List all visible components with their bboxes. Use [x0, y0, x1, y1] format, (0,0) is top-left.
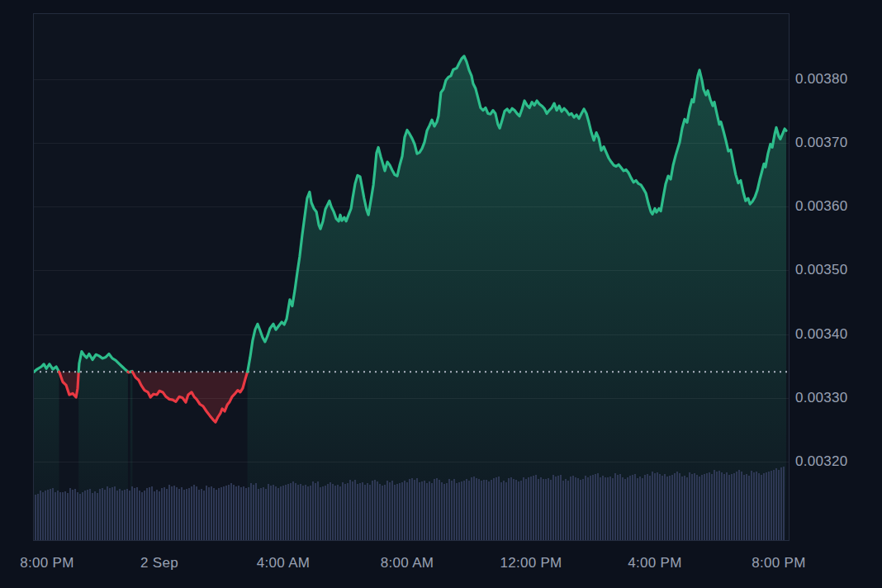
- volume-bar: [119, 489, 121, 540]
- volume-bar: [753, 472, 755, 540]
- volume-bar: [349, 480, 351, 540]
- volume-bar: [577, 478, 579, 540]
- volume-bar: [476, 478, 477, 540]
- volume-bar: [674, 473, 676, 540]
- volume-bar: [714, 470, 715, 540]
- volume-bar: [111, 487, 113, 540]
- volume-bar: [436, 478, 438, 540]
- y-axis-tick-label: 0.00380: [795, 71, 878, 88]
- volume-bar: [657, 472, 658, 540]
- volume-bar: [555, 477, 557, 540]
- volume-bar: [669, 476, 671, 540]
- volume-bar: [424, 481, 425, 540]
- volume-bar: [72, 490, 74, 540]
- volume-bar: [463, 481, 465, 540]
- volume-bar: [347, 483, 349, 540]
- volume-bar: [391, 481, 393, 540]
- volume-bar: [124, 490, 126, 540]
- volume-bar: [458, 482, 460, 540]
- volume-bar: [671, 475, 673, 540]
- volume-bar: [159, 491, 160, 540]
- volume-bar: [718, 471, 720, 540]
- volume-bar: [761, 475, 762, 540]
- volume-bar: [498, 477, 500, 540]
- volume-bar: [550, 480, 552, 540]
- volume-bar: [216, 490, 217, 540]
- volume-bar: [188, 488, 190, 540]
- volume-bar: [721, 472, 723, 540]
- volume-bar: [149, 487, 150, 540]
- volume-bar: [74, 489, 76, 540]
- volume-bar: [176, 487, 178, 540]
- volume-bar: [659, 474, 661, 540]
- volume-bar: [382, 486, 383, 540]
- volume-bar: [250, 483, 252, 540]
- volume-bar: [196, 486, 197, 540]
- volume-bar: [696, 475, 698, 540]
- volume-bar: [733, 473, 735, 540]
- volume-bar: [332, 484, 334, 540]
- volume-bar: [619, 474, 621, 540]
- volume-bar: [743, 475, 745, 540]
- volume-bar: [64, 491, 66, 540]
- volume-bar: [429, 481, 430, 540]
- volume-bar: [590, 476, 591, 540]
- volume-bar: [496, 477, 497, 540]
- volume-bar: [292, 481, 294, 540]
- volume-bar: [634, 474, 636, 540]
- volume-bar: [352, 481, 353, 540]
- volume-bar: [662, 476, 663, 540]
- volume-bar: [114, 486, 116, 540]
- volume-bar: [632, 475, 633, 540]
- price-chart-canvas[interactable]: [34, 14, 789, 540]
- volume-bar: [300, 484, 301, 540]
- volume-bar: [699, 477, 700, 540]
- volume-bar: [686, 477, 688, 540]
- volume-bar: [510, 477, 512, 540]
- volume-bar: [572, 476, 574, 540]
- volume-bar: [193, 485, 195, 540]
- volume-bar: [208, 487, 210, 540]
- volume-bar: [503, 481, 505, 540]
- y-axis-tick-label: 0.00370: [795, 135, 878, 151]
- volume-bar: [273, 485, 274, 540]
- volume-bar: [248, 487, 249, 540]
- volume-bar: [684, 476, 685, 540]
- volume-bar: [431, 483, 433, 540]
- volume-bar: [451, 481, 453, 540]
- volume-bar: [557, 476, 559, 540]
- volume-bar: [151, 486, 153, 540]
- volume-bar: [649, 476, 651, 540]
- volume-bar: [220, 487, 222, 540]
- volume-bar: [327, 484, 329, 540]
- volume-bar: [265, 489, 267, 540]
- volume-bar: [258, 489, 259, 540]
- volume-bar: [600, 477, 601, 540]
- volume-bar: [354, 480, 356, 540]
- volume-bar: [310, 486, 311, 540]
- volume-bar: [201, 489, 202, 540]
- volume-bar: [768, 472, 770, 540]
- volume-bar: [240, 487, 242, 540]
- volume-bar: [171, 486, 173, 540]
- volume-bar: [109, 488, 111, 540]
- volume-bar: [359, 483, 361, 540]
- volume-bar: [47, 490, 49, 540]
- volume-bar: [736, 472, 737, 540]
- price-area-fill-up: [248, 56, 786, 540]
- volume-bar: [307, 486, 309, 540]
- x-axis-tick-label: 12:00 PM: [500, 554, 562, 572]
- volume-bar: [225, 486, 227, 540]
- volume-bar: [709, 472, 710, 540]
- volume-bar: [52, 488, 54, 540]
- x-axis-tick-label: 8:00 PM: [752, 554, 805, 572]
- volume-bar: [595, 474, 596, 540]
- volume-bar: [411, 478, 413, 540]
- volume-bar: [386, 481, 388, 540]
- volume-bar: [260, 488, 262, 540]
- volume-bar: [443, 484, 445, 540]
- volume-bar: [592, 475, 594, 540]
- volume-bar: [211, 486, 212, 540]
- volume-bar: [778, 470, 780, 540]
- chart-plot-area[interactable]: [34, 14, 789, 540]
